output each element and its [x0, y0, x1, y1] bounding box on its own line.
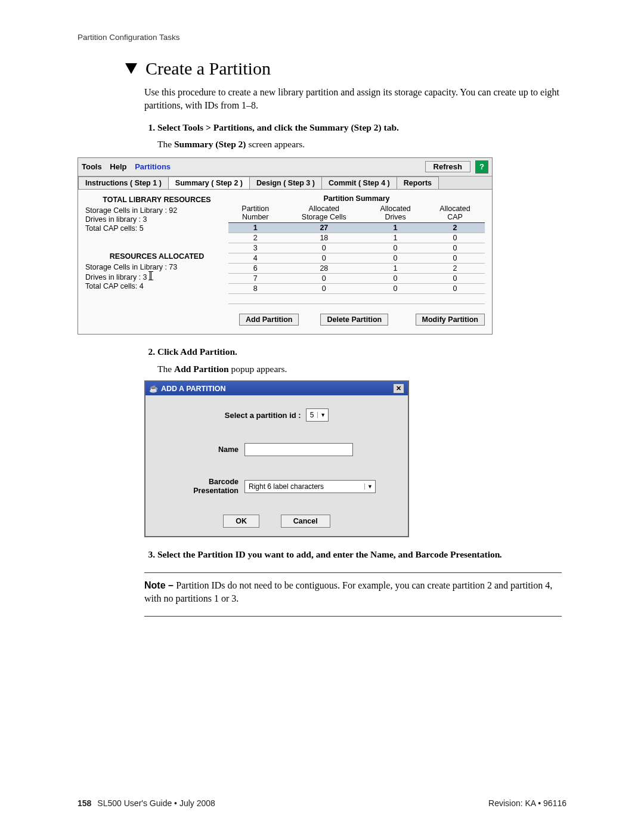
name-field[interactable]: [244, 443, 353, 456]
table-row: [228, 294, 485, 304]
menu-partitions[interactable]: Partitions: [135, 162, 171, 171]
tab-instructions[interactable]: Instructions ( Step 1 ): [78, 176, 169, 189]
stat-line: Drives in library : 3: [85, 272, 228, 281]
table-row[interactable]: 62812: [228, 264, 485, 274]
step-1-instruction: Select Tools > Partitions, and click the…: [157, 122, 399, 132]
tab-reports[interactable]: Reports: [397, 176, 439, 189]
step-1: 1.Select Tools > Partitions, and click t…: [144, 121, 572, 134]
table-row[interactable]: 12712: [228, 223, 485, 233]
stat-line: Storage Cells in Library : 73: [85, 263, 228, 271]
stat-line: Total CAP cells: 4: [85, 282, 228, 290]
step-1-result: The Summary (Step 2) screen appears.: [157, 138, 572, 151]
step-2-result: The Add Partition popup appears.: [157, 363, 572, 376]
chevron-down-icon: ▼: [364, 484, 375, 490]
coffee-cup-icon: ☕: [149, 385, 158, 393]
footer-right: Revision: KA • 96116: [488, 798, 566, 808]
step-2-instruction: Click Add Partition.: [157, 346, 237, 357]
close-icon[interactable]: ✕: [393, 383, 404, 394]
page-header: Partition Configuration Tasks: [78, 33, 572, 42]
barcode-presentation-select[interactable]: Right 6 label characters ▼: [244, 480, 376, 493]
partition-id-select[interactable]: 5 ▼: [306, 408, 329, 422]
cancel-button[interactable]: Cancel: [281, 515, 330, 528]
triangle-down-icon: [125, 63, 137, 74]
popup-title: ADD A PARTITION: [161, 385, 226, 393]
page-title: Create a Partition: [145, 58, 271, 79]
partition-id-label: Select a partition id :: [225, 411, 301, 420]
table-row[interactable]: 4000: [228, 253, 485, 264]
step-3-instruction: Select the Partition ID you want to add,…: [157, 549, 500, 559]
total-resources-head: TOTAL LIBRARY RESOURCES: [85, 196, 228, 204]
tab-commit[interactable]: Commit ( Step 4 ): [321, 176, 397, 189]
menu-help[interactable]: Help: [110, 162, 126, 171]
help-icon[interactable]: ?: [475, 160, 488, 174]
table-row[interactable]: 7000: [228, 274, 485, 284]
stat-line: Total CAP cells: 5: [85, 224, 228, 233]
col-cap: AllocatedCAP: [425, 204, 485, 223]
divider: [144, 572, 562, 573]
name-label: Name: [161, 445, 244, 454]
col-storage-cells: AllocatedStorage Cells: [283, 204, 366, 223]
intro-text: Use this procedure to create a new libra…: [144, 86, 572, 113]
summary-screenshot: Tools Help Partitions Refresh ? Instruct…: [78, 157, 493, 335]
page-number: 158: [78, 798, 91, 808]
stat-line: Storage Cells in Library : 92: [85, 206, 228, 215]
divider: [144, 616, 562, 617]
ok-button[interactable]: OK: [223, 515, 259, 528]
menu-tools[interactable]: Tools: [82, 162, 102, 171]
stat-line: Drives in library : 3: [85, 215, 228, 224]
tab-summary[interactable]: Summary ( Step 2 ): [168, 176, 250, 189]
note: Note – Partition IDs do not need to be c…: [144, 579, 562, 606]
step-2: 2.Click Add Partition.: [144, 345, 572, 358]
refresh-button[interactable]: Refresh: [425, 161, 470, 172]
partition-summary-table: PartitionNumber AllocatedStorage Cells A…: [228, 204, 485, 305]
add-partition-button[interactable]: Add Partition: [239, 314, 299, 326]
col-partition-number: PartitionNumber: [228, 204, 283, 223]
resources-allocated-head: RESOURCES ALLOCATED: [85, 252, 228, 261]
modify-partition-button[interactable]: Modify Partition: [416, 314, 485, 326]
step-3: 3.Select the Partition ID you want to ad…: [144, 548, 572, 561]
add-partition-popup: ☕ ADD A PARTITION ✕ Select a partition i…: [144, 380, 409, 537]
tab-design[interactable]: Design ( Step 3 ): [249, 176, 322, 189]
col-drives: AllocatedDrives: [366, 204, 425, 223]
page-footer: 158SL500 User's Guide • July 2008 Revisi…: [0, 798, 644, 808]
delete-partition-button[interactable]: Delete Partition: [320, 314, 388, 326]
menubar: Tools Help Partitions: [82, 162, 177, 171]
table-row[interactable]: 3000: [228, 243, 485, 253]
chevron-down-icon: ▼: [317, 412, 328, 418]
resources-panel: TOTAL LIBRARY RESOURCES Storage Cells in…: [85, 194, 228, 326]
text-cursor-icon: [150, 272, 151, 280]
table-row[interactable]: 21810: [228, 233, 485, 243]
tab-row: Instructions ( Step 1 ) Summary ( Step 2…: [78, 176, 492, 190]
partition-summary-title: Partition Summary: [228, 194, 485, 203]
table-row[interactable]: 8000: [228, 284, 485, 294]
footer-left: SL500 User's Guide • July 2008: [97, 798, 215, 808]
barcode-label: BarcodePresentation: [161, 478, 244, 495]
